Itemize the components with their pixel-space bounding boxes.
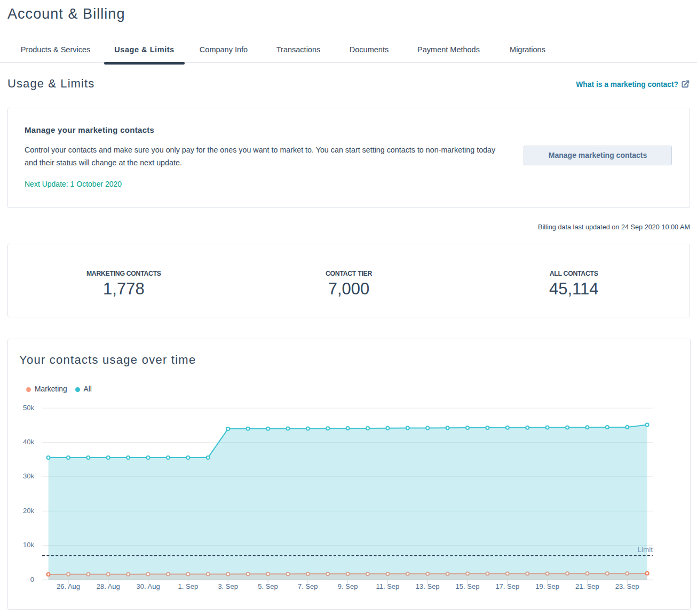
svg-text:9. Sep: 9. Sep [338, 582, 358, 590]
svg-text:1. Sep: 1. Sep [178, 582, 199, 590]
svg-text:11. Sep: 11. Sep [376, 582, 399, 590]
svg-text:13. Sep: 13. Sep [416, 582, 440, 590]
svg-text:40k: 40k [23, 438, 34, 446]
svg-text:19. Sep: 19. Sep [535, 582, 559, 590]
svg-text:28. Aug: 28. Aug [97, 582, 120, 590]
svg-text:50k: 50k [23, 404, 34, 412]
svg-text:30. Aug: 30. Aug [137, 582, 160, 590]
svg-text:3. Sep: 3. Sep [218, 582, 238, 590]
svg-text:20k: 20k [23, 507, 34, 515]
svg-text:7. Sep: 7. Sep [298, 582, 318, 590]
svg-text:Limit: Limit [637, 546, 653, 554]
svg-text:0: 0 [30, 575, 34, 583]
svg-text:17. Sep: 17. Sep [495, 582, 519, 590]
svg-text:30k: 30k [23, 472, 34, 480]
svg-text:23. Sep: 23. Sep [615, 582, 639, 590]
svg-text:10k: 10k [23, 541, 34, 549]
svg-text:21. Sep: 21. Sep [575, 582, 599, 590]
svg-text:26. Aug: 26. Aug [57, 582, 80, 590]
svg-text:5. Sep: 5. Sep [258, 582, 278, 590]
svg-text:15. Sep: 15. Sep [456, 582, 480, 590]
